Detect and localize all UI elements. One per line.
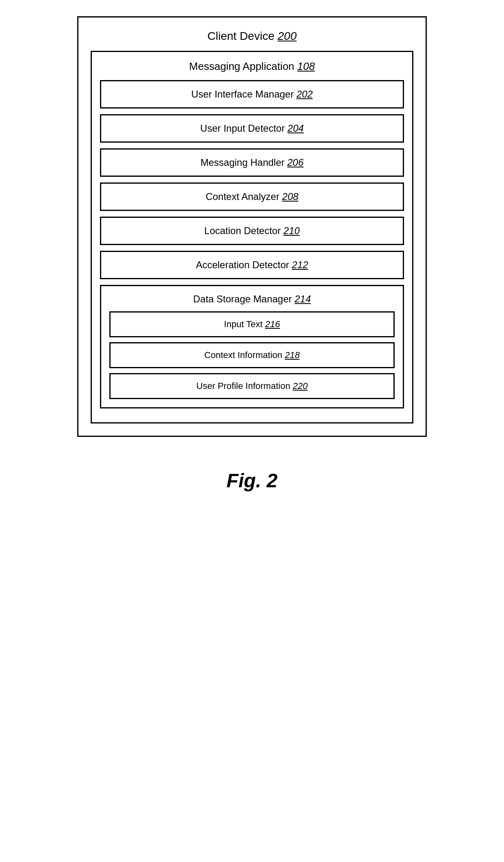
context-information-box: Context Information 218 bbox=[109, 342, 395, 368]
figure-label: Fig. 2 bbox=[226, 469, 277, 492]
data-storage-manager-title: Data Storage Manager 214 bbox=[109, 293, 395, 305]
messaging-app-container: Messaging Application 108 User Interface… bbox=[91, 51, 413, 423]
client-device-ref: 200 bbox=[278, 30, 297, 42]
context-analyzer-label: Context Analyzer 208 bbox=[206, 191, 298, 202]
input-text-label: Input Text 216 bbox=[224, 319, 280, 329]
messaging-app-label: Messaging Application bbox=[189, 60, 297, 72]
data-storage-manager-container: Data Storage Manager 214 Input Text 216 … bbox=[100, 285, 404, 408]
location-detector-label: Location Detector 210 bbox=[204, 225, 300, 236]
location-detector-box: Location Detector 210 bbox=[100, 217, 404, 245]
input-text-box: Input Text 216 bbox=[109, 311, 395, 337]
user-profile-information-label: User Profile Information 220 bbox=[196, 381, 308, 391]
user-input-detector-label: User Input Detector 204 bbox=[200, 123, 304, 134]
context-analyzer-box: Context Analyzer 208 bbox=[100, 182, 404, 211]
user-interface-manager-box: User Interface Manager 202 bbox=[100, 80, 404, 109]
user-profile-information-box: User Profile Information 220 bbox=[109, 373, 395, 399]
messaging-handler-label: Messaging Handler 206 bbox=[200, 157, 304, 168]
acceleration-detector-box: Acceleration Detector 212 bbox=[100, 251, 404, 279]
client-device-title: Client Device 200 bbox=[91, 30, 413, 43]
client-device-container: Client Device 200 Messaging Application … bbox=[77, 16, 427, 437]
messaging-app-ref: 108 bbox=[297, 60, 315, 72]
acceleration-detector-label: Acceleration Detector 212 bbox=[196, 259, 308, 270]
client-device-label: Client Device bbox=[207, 30, 278, 42]
messaging-handler-box: Messaging Handler 206 bbox=[100, 148, 404, 177]
context-information-label: Context Information 218 bbox=[204, 350, 300, 360]
messaging-app-title: Messaging Application 108 bbox=[100, 60, 404, 73]
user-input-detector-box: User Input Detector 204 bbox=[100, 114, 404, 143]
user-interface-manager-label: User Interface Manager 202 bbox=[191, 89, 313, 100]
